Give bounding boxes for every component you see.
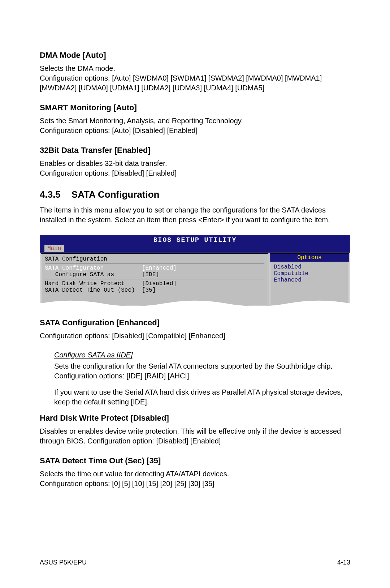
body-smart: Sets the Smart Monitoring, Analysis, and… xyxy=(40,116,350,136)
bios-right-panel: Options Disabled Compatible Enhanced xyxy=(270,253,349,306)
heading-sata-config: SATA Configuration [Enhanced] xyxy=(40,318,350,327)
heading-32bit: 32Bit Data Transfer [Enabled] xyxy=(40,146,350,155)
bios-option-disabled: Disabled xyxy=(274,264,345,270)
bios-panel-title: SATA Configuration xyxy=(45,256,264,262)
bios-row-detect-timeout: SATA Detect Time Out (Sec) [35] xyxy=(45,287,264,293)
bios-tab-main: Main xyxy=(44,245,64,252)
bios-body: SATA Configuration SATA Configuraton [En… xyxy=(40,253,350,307)
bios-options-list: Disabled Compatible Enhanced xyxy=(270,262,349,286)
bios-row-hd-write: Hard Disk Write Protect [Disabled] xyxy=(45,280,264,287)
bios-value: [Enhanced] xyxy=(142,265,177,271)
bios-separator xyxy=(45,279,264,279)
heading-smart: SMART Monitoring [Auto] xyxy=(40,103,350,112)
page-footer: ASUS P5K/EPU 4-13 xyxy=(40,555,350,566)
heading-hd-write: Hard Disk Write Protect [Disabled] xyxy=(40,413,350,423)
body-sata-intro: The items in this menu allow you to set … xyxy=(40,205,350,225)
bios-options-header: Options xyxy=(270,254,349,262)
bios-left-panel: SATA Configuration SATA Configuraton [En… xyxy=(41,253,268,306)
bios-value: [35] xyxy=(142,287,156,293)
body-dma: Selects the DMA mode. Configuration opti… xyxy=(40,64,350,93)
heading-dma: DMA Mode [Auto] xyxy=(40,51,350,60)
bios-row-sata-config: SATA Configuraton [Enhanced] xyxy=(45,265,264,271)
bios-tabs: Main xyxy=(40,245,350,253)
body-hd-write: Disables or enables device write protect… xyxy=(40,426,350,446)
bios-option-enhanced: Enhanced xyxy=(274,277,345,283)
bios-label: Hard Disk Write Protect xyxy=(45,280,125,287)
heading-sata-detect: SATA Detect Time Out (Sec) [35] xyxy=(40,456,350,465)
bios-title: BIOS SETUP UTILITY xyxy=(40,235,350,245)
section-num: 4.3.5 xyxy=(40,189,61,200)
section-435: 4.3.5SATA Configuration xyxy=(40,189,350,200)
subhead-configure-sata: Configure SATA as [IDE] xyxy=(54,351,350,359)
bios-option-compatible: Compatible xyxy=(274,270,345,277)
footer-right: 4-13 xyxy=(337,559,350,566)
bios-value: [Disabled] xyxy=(142,280,177,287)
bios-label: Configure SATA as xyxy=(45,271,114,278)
bios-label: SATA Configuraton xyxy=(45,265,104,271)
bios-value: [IDE] xyxy=(142,271,159,278)
body-sata-config: Configuration options: [Disabled] [Compa… xyxy=(40,331,350,341)
bios-separator xyxy=(45,263,264,264)
footer-left: ASUS P5K/EPU xyxy=(40,559,87,566)
bios-screenshot: BIOS SETUP UTILITY Main SATA Configurati… xyxy=(40,235,350,307)
body-32bit: Enables or disables 32-bit data transfer… xyxy=(40,159,350,178)
body-sata-detect: Selects the time out value for detecting… xyxy=(40,469,350,489)
body-configure-sata-2: If you want to use the Serial ATA hard d… xyxy=(54,387,350,407)
bios-row-configure-sata: Configure SATA as [IDE] xyxy=(45,271,264,278)
body-configure-sata-1: Sets the configuration for the Serial AT… xyxy=(54,361,350,381)
section-title: SATA Configuration xyxy=(72,189,160,200)
bios-label: SATA Detect Time Out (Sec) xyxy=(45,287,135,293)
